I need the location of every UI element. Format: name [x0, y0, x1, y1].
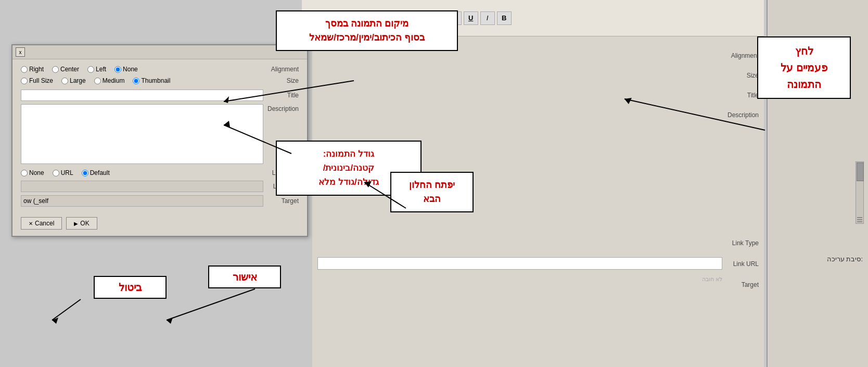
description-field-label: Description: [267, 104, 299, 112]
ok-label: OK: [80, 220, 89, 227]
alignment-right-radio[interactable]: [21, 66, 28, 73]
cancel-label: Cancel: [35, 220, 54, 227]
right-form-area: Alignment Size Title Description Link Ty…: [312, 36, 764, 367]
alignment-right-item: Right: [21, 66, 44, 73]
size-row: Full Size Large Medium Thumbnail Size: [21, 77, 299, 84]
svg-line-6: [167, 289, 255, 320]
not-required-note: לא חובה: [317, 276, 722, 283]
sidebar-scrollbar[interactable]: [856, 161, 864, 224]
link-url-label: URL: [61, 169, 73, 176]
size-fullsize-label: Full Size: [29, 77, 53, 84]
alignment-left-radio[interactable]: [87, 66, 94, 73]
alignment-right-label: Right: [29, 66, 44, 73]
hebrew-label: :סיבת עריכה: [827, 255, 863, 263]
target-field-label: Target: [267, 197, 299, 205]
dialog-footer: ✕ Cancel ▶ OK: [12, 213, 307, 236]
scrollbar-thumb: [857, 162, 864, 181]
dialog-box: x Right Center Left None Alignment: [11, 44, 308, 237]
link-url-right-input[interactable]: [317, 257, 722, 270]
svg-marker-5: [52, 318, 58, 324]
top-annotation-box: מיקום התמונה במסך בסוף הכיתוב/ימין/מרכז/…: [276, 10, 458, 51]
bold-btn[interactable]: B: [497, 11, 512, 25]
alignment-none-radio[interactable]: [114, 66, 121, 73]
cancel-icon: ✕: [29, 221, 33, 226]
size-thumbnail-label: Thumbnail: [141, 77, 170, 84]
alignment-row: Right Center Left None Alignment: [21, 66, 299, 73]
link-none-radio[interactable]: [21, 170, 28, 176]
linktype-area-label: Link Type: [732, 239, 759, 247]
alignment-field-label: Alignment: [271, 66, 299, 73]
size-fullsize-item: Full Size: [21, 77, 53, 84]
alignment-left-label: Left: [96, 66, 106, 73]
size-medium-label: Medium: [103, 77, 125, 84]
title-input[interactable]: [21, 90, 263, 101]
target-area-label: Target: [742, 281, 759, 288]
size-thumbnail-item: Thumbnail: [133, 77, 170, 84]
link-default-item: Default: [82, 169, 110, 176]
title-field-label: Title: [267, 92, 299, 99]
size-large-item: Large: [61, 77, 86, 84]
link-url-item: URL: [53, 169, 73, 176]
ok-icon: ▶: [74, 221, 78, 226]
description-area-label: Description: [727, 111, 759, 119]
size-thumbnail-radio[interactable]: [133, 78, 139, 84]
cancel-annotation: ביטול: [94, 276, 167, 299]
link-default-radio[interactable]: [82, 170, 88, 176]
alignment-center-label: Center: [60, 66, 79, 73]
size-medium-item: Medium: [94, 77, 125, 84]
right-sidebar-annotation: לחץ פעמיים על התמונה: [757, 36, 851, 99]
link-default-label: Default: [90, 169, 110, 176]
next-window-annotation: יפתח החלון הבא: [390, 172, 474, 212]
link-none-item: None: [21, 169, 44, 176]
description-input[interactable]: [21, 104, 263, 164]
alignment-center-radio[interactable]: [52, 66, 59, 73]
alignment-none-item: None: [114, 66, 138, 73]
linkurl-area-label: Link URL: [733, 260, 759, 268]
ok-button[interactable]: ▶ OK: [66, 217, 97, 230]
alignment-area-label: Alignment: [731, 52, 759, 59]
link-type-row: None URL Default Link Type: [21, 169, 299, 176]
size-field-label: Size: [287, 77, 299, 84]
size-large-radio[interactable]: [61, 78, 68, 84]
svg-marker-7: [167, 318, 173, 324]
link-url-radio[interactable]: [53, 170, 59, 176]
link-url-input[interactable]: [21, 181, 263, 192]
link-none-label: None: [29, 169, 44, 176]
cancel-button[interactable]: ✕ Cancel: [21, 217, 62, 230]
italic-btn[interactable]: I: [480, 11, 495, 25]
size-fullsize-radio[interactable]: [21, 78, 28, 84]
target-value: ow (_self: [23, 197, 48, 205]
size-medium-radio[interactable]: [94, 78, 101, 84]
underline-btn[interactable]: U: [464, 11, 478, 25]
svg-line-4: [52, 299, 81, 320]
dialog-close-btn[interactable]: x: [16, 47, 25, 57]
alignment-center-item: Center: [52, 66, 79, 73]
size-large-label: Large: [70, 77, 86, 84]
right-sidebar: לחץ פעמיים על התמונה :סיבת עריכה: [767, 0, 868, 367]
alignment-left-item: Left: [87, 66, 106, 73]
ok-annotation: אישור: [208, 265, 281, 288]
dialog-titlebar: x: [12, 45, 307, 59]
alignment-none-label: None: [123, 66, 138, 73]
